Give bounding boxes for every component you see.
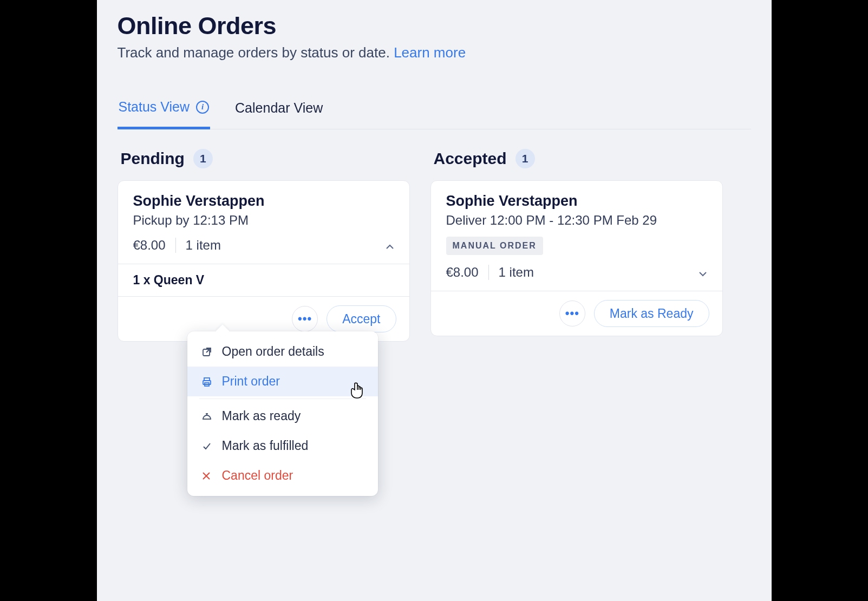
customer-name: Sophie Verstappen — [133, 193, 394, 210]
menu-mark-ready[interactable]: Mark as ready — [187, 401, 378, 431]
menu-mark-ready-label: Mark as ready — [222, 409, 301, 423]
menu-open-details-label: Open order details — [222, 344, 324, 359]
page-subtitle: Track and manage orders by status or dat… — [118, 44, 751, 61]
menu-print-label: Print order — [222, 374, 280, 389]
order-metrics: €8.00 1 item — [133, 238, 394, 253]
menu-cancel-label: Cancel order — [222, 468, 293, 483]
chevron-up-icon[interactable] — [386, 238, 394, 253]
chevron-down-icon[interactable] — [699, 265, 707, 280]
order-price: €8.00 — [446, 265, 479, 280]
order-card-actions: ••• Mark as Ready — [431, 291, 722, 336]
menu-open-order-details[interactable]: Open order details — [187, 337, 378, 367]
order-item-count: 1 item — [186, 238, 221, 253]
menu-cancel-order[interactable]: Cancel order — [187, 461, 378, 491]
learn-more-link[interactable]: Learn more — [394, 44, 466, 61]
tab-calendar-view[interactable]: Calendar View — [234, 99, 324, 129]
order-metrics: €8.00 1 item — [446, 265, 707, 280]
menu-separator — [199, 399, 366, 399]
tab-status-label: Status View — [119, 99, 190, 115]
order-line-item: 1 x Queen V — [118, 264, 409, 296]
dish-icon — [201, 411, 213, 422]
order-actions-menu: Open order details Print order — [187, 331, 378, 496]
fulfilment-line: Deliver 12:00 PM - 12:30 PM Feb 29 — [446, 213, 707, 228]
pointer-cursor-icon — [350, 382, 364, 399]
menu-mark-fulfilled[interactable]: Mark as fulfilled — [187, 431, 378, 461]
tab-status-view[interactable]: Status View i — [118, 99, 211, 129]
divider — [488, 265, 489, 280]
mark-ready-button[interactable]: Mark as Ready — [594, 300, 709, 327]
customer-name: Sophie Verstappen — [446, 193, 707, 210]
accepted-count-badge: 1 — [515, 149, 535, 168]
page-title: Online Orders — [118, 12, 751, 40]
subtitle-text: Track and manage orders by status or dat… — [118, 44, 394, 61]
accept-button[interactable]: Accept — [327, 305, 396, 332]
more-actions-button[interactable]: ••• — [559, 300, 585, 326]
order-tags: MANUAL ORDER — [446, 237, 707, 255]
order-card-accepted: Sophie Verstappen Deliver 12:00 PM - 12:… — [430, 180, 723, 336]
menu-mark-fulfilled-label: Mark as fulfilled — [222, 439, 309, 453]
manual-order-tag: MANUAL ORDER — [446, 237, 543, 255]
divider — [175, 238, 176, 253]
order-card-body[interactable]: Sophie Verstappen Pickup by 12:13 PM €8.… — [118, 181, 409, 264]
pending-count-badge: 1 — [193, 149, 213, 168]
more-actions-button[interactable]: ••• — [292, 306, 318, 332]
info-icon[interactable]: i — [196, 101, 209, 114]
order-card-actions: ••• Accept Open order details — [118, 296, 409, 341]
check-icon — [201, 441, 213, 452]
order-price: €8.00 — [133, 238, 166, 253]
order-item-count: 1 item — [499, 265, 534, 280]
fulfilment-line: Pickup by 12:13 PM — [133, 213, 394, 228]
orders-page: Online Orders Track and manage orders by… — [97, 0, 772, 601]
printer-icon — [201, 376, 213, 387]
column-pending-title: Pending — [121, 149, 185, 168]
order-card-body[interactable]: Sophie Verstappen Deliver 12:00 PM - 12:… — [431, 181, 722, 291]
view-tabs: Status View i Calendar View — [118, 99, 751, 129]
column-accepted-header: Accepted 1 — [430, 149, 723, 168]
external-link-icon — [201, 347, 213, 357]
column-accepted: Accepted 1 Sophie Verstappen Deliver 12:… — [430, 149, 723, 342]
order-card-pending: Sophie Verstappen Pickup by 12:13 PM €8.… — [118, 180, 410, 342]
column-pending-header: Pending 1 — [118, 149, 410, 168]
column-accepted-title: Accepted — [434, 149, 507, 168]
status-columns: Pending 1 Sophie Verstappen Pickup by 12… — [118, 149, 751, 342]
column-pending: Pending 1 Sophie Verstappen Pickup by 12… — [118, 149, 410, 342]
tab-calendar-label: Calendar View — [235, 100, 323, 116]
close-icon — [201, 471, 213, 481]
